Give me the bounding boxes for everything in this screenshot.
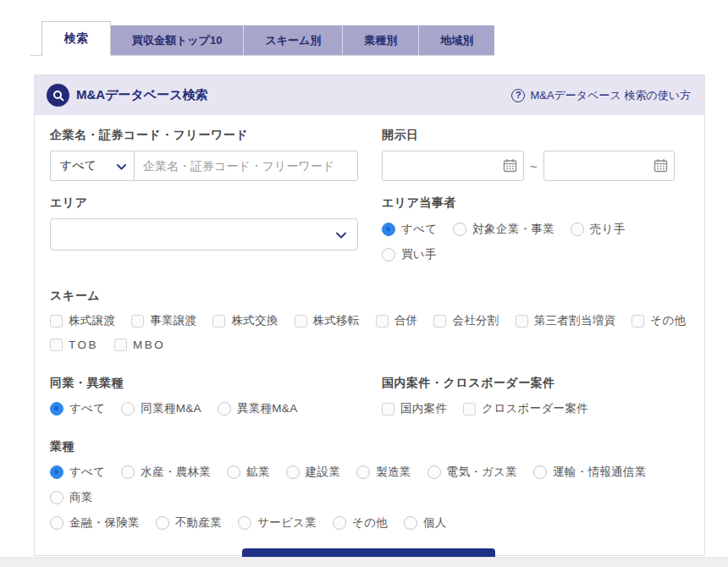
calendar-icon[interactable] bbox=[503, 158, 517, 176]
checkbox-label: 株式譲渡 bbox=[69, 313, 115, 328]
industry-type-radio[interactable]: すべて bbox=[50, 401, 105, 416]
industry-radio[interactable]: 金融・保険業 bbox=[50, 515, 140, 531]
scheme-checkbox[interactable]: 合併 bbox=[376, 313, 418, 328]
scheme-checkbox[interactable]: MBO bbox=[114, 339, 165, 351]
industry-label: 業種 bbox=[50, 439, 687, 454]
radio-label: その他 bbox=[352, 515, 388, 531]
radio-icon bbox=[333, 516, 346, 530]
checkbox-icon bbox=[114, 339, 127, 351]
scheme-checkbox[interactable]: 株式移転 bbox=[295, 313, 360, 328]
industry-radio[interactable]: すべて bbox=[50, 465, 105, 480]
industry-type-radio[interactable]: 同業種M&A bbox=[121, 401, 201, 416]
tab-by-region[interactable]: 地域別 bbox=[419, 25, 494, 55]
industry-radio[interactable]: 個人 bbox=[404, 515, 447, 531]
area-party-radio[interactable]: 売り手 bbox=[571, 222, 626, 237]
scheme-checkbox[interactable]: 株式譲渡 bbox=[50, 313, 115, 328]
tab-by-industry[interactable]: 業種別 bbox=[343, 25, 419, 55]
scheme-checkbox[interactable]: その他 bbox=[631, 313, 686, 328]
checkbox-icon bbox=[131, 315, 144, 328]
radio-label: すべて bbox=[401, 222, 437, 237]
industry-radio[interactable]: 鉱業 bbox=[227, 465, 270, 480]
scheme-checkbox[interactable]: 株式交換 bbox=[212, 313, 278, 328]
radio-icon bbox=[156, 516, 169, 530]
industry-radio[interactable]: 水産・農林業 bbox=[121, 465, 211, 480]
radio-label: 売り手 bbox=[590, 222, 626, 237]
radio-icon bbox=[356, 465, 370, 479]
area-party-radio[interactable]: 対象企業・事業 bbox=[453, 222, 554, 237]
radio-icon bbox=[427, 465, 441, 479]
tab-search[interactable]: 検索 bbox=[41, 21, 111, 56]
scheme-checkbox[interactable]: 事業譲渡 bbox=[131, 313, 196, 328]
question-icon: ? bbox=[511, 89, 525, 102]
radio-icon bbox=[121, 402, 135, 416]
radio-label: 運輸・情報通信業 bbox=[553, 465, 646, 480]
deal-scope-checkbox[interactable]: 国内案件 bbox=[382, 401, 447, 416]
area-party-radio[interactable]: すべて bbox=[382, 222, 437, 237]
scheme-checkbox[interactable]: 第三者割当増資 bbox=[516, 313, 616, 328]
panel-header: M&Aデータベース検索 ? M&Aデータベース 検索の使い方 bbox=[35, 75, 704, 115]
keyword-input[interactable] bbox=[134, 151, 358, 181]
deal-scope-checkbox[interactable]: クロスボーダー案件 bbox=[463, 401, 588, 416]
radio-label: 鉱業 bbox=[246, 465, 270, 480]
checkbox-icon bbox=[50, 315, 63, 328]
area-party-radio[interactable]: 買い手 bbox=[382, 247, 437, 262]
radio-icon bbox=[238, 516, 251, 530]
radio-icon bbox=[571, 223, 584, 236]
checkbox-label: その他 bbox=[650, 313, 686, 328]
area-label: エリア bbox=[50, 195, 358, 211]
radio-icon bbox=[218, 402, 231, 416]
tab-by-scheme[interactable]: スキーム別 bbox=[244, 25, 343, 55]
industry-radio[interactable]: 建設業 bbox=[286, 465, 340, 480]
checkbox-icon bbox=[433, 315, 446, 328]
deal-scope-label: 国内案件・クロスボーダー案件 bbox=[382, 376, 687, 391]
date-range-separator: ~ bbox=[524, 159, 543, 173]
area-select[interactable] bbox=[50, 218, 358, 250]
radio-label: 不動産業 bbox=[175, 515, 222, 531]
chevron-down-icon bbox=[336, 227, 346, 242]
industry-radio[interactable]: 商業 bbox=[50, 490, 93, 505]
panel-title-wrap: M&Aデータベース検索 bbox=[47, 84, 208, 107]
industry-radio[interactable]: その他 bbox=[333, 515, 388, 531]
radio-icon bbox=[382, 223, 395, 236]
scheme-checkbox[interactable]: TOB bbox=[50, 339, 98, 351]
panel-content: 企業名・証券コード・フリーワード すべて 開示日 bbox=[35, 115, 704, 567]
page-bottom-strip bbox=[0, 557, 728, 567]
checkbox-icon bbox=[295, 315, 307, 328]
industry-radio[interactable]: 電気・ガス業 bbox=[427, 465, 517, 480]
chevron-down-icon bbox=[117, 159, 126, 173]
page-title: M&Aデータベース検索 bbox=[76, 87, 208, 103]
radio-icon bbox=[404, 516, 417, 530]
checkbox-icon bbox=[50, 339, 63, 351]
radio-label: 同業種M&A bbox=[141, 401, 201, 416]
radio-label: 商業 bbox=[69, 490, 93, 505]
keyword-scope-select[interactable]: すべて bbox=[50, 151, 134, 181]
checkbox-icon bbox=[516, 315, 528, 328]
search-panel: M&Aデータベース検索 ? M&Aデータベース 検索の使い方 企業名・証券コード… bbox=[34, 74, 705, 556]
tab-bar: 検索 買収金額トップ10 スキーム別 業種別 地域別 bbox=[30, 21, 494, 56]
radio-label: 対象企業・事業 bbox=[472, 222, 554, 237]
industry-radio[interactable]: サービス業 bbox=[238, 515, 317, 531]
help-link-label: M&Aデータベース 検索の使い方 bbox=[530, 88, 691, 103]
industry-radio[interactable]: 製造業 bbox=[356, 465, 411, 480]
industry-radio[interactable]: 運輸・情報通信業 bbox=[533, 465, 646, 480]
checkbox-icon bbox=[631, 315, 644, 328]
industry-type-radio[interactable]: 異業種M&A bbox=[218, 401, 298, 416]
radio-icon bbox=[453, 223, 466, 236]
checkbox-label: 株式移転 bbox=[313, 313, 360, 328]
radio-label: 水産・農林業 bbox=[141, 465, 211, 480]
checkbox-label: 株式交換 bbox=[231, 313, 278, 328]
radio-icon bbox=[50, 402, 63, 416]
checkbox-label: 合併 bbox=[394, 313, 418, 328]
radio-label: 個人 bbox=[423, 515, 447, 531]
checkbox-icon bbox=[212, 315, 225, 328]
tab-top10-acquisitions[interactable]: 買収金額トップ10 bbox=[111, 25, 244, 55]
radio-icon bbox=[121, 465, 135, 479]
help-link[interactable]: ? M&Aデータベース 検索の使い方 bbox=[511, 88, 691, 103]
industry-type-label: 同業・異業種 bbox=[50, 376, 358, 391]
industry-radio[interactable]: 不動産業 bbox=[156, 515, 222, 531]
checkbox-label: 会社分割 bbox=[452, 313, 499, 328]
radio-label: 製造業 bbox=[376, 465, 411, 480]
scheme-checkbox[interactable]: 会社分割 bbox=[433, 313, 499, 328]
radio-icon bbox=[286, 465, 300, 479]
calendar-icon[interactable] bbox=[654, 158, 668, 176]
